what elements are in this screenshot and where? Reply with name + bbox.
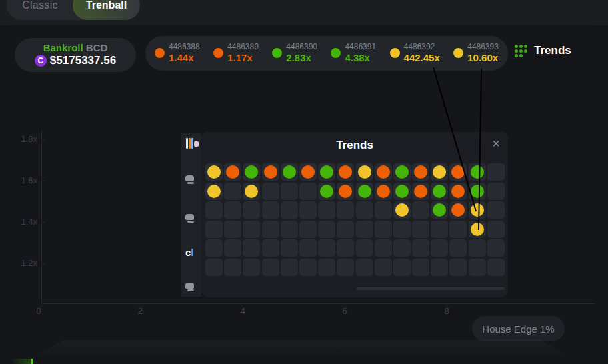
y-tick-label: 1.4x [13,217,37,227]
result-multiplier: 442.45x [404,52,440,63]
trend-cell [469,183,486,200]
trend-cell [281,201,298,219]
result-multiplier: 1.44x [169,52,200,63]
trend-cell [205,239,223,257]
result-multiplier: 10.60x [467,52,499,63]
trend-cell [469,163,486,181]
trend-cell [262,221,279,238]
y-tick-label: 1.6x [13,175,37,185]
orange-trend-dot-icon [226,165,239,179]
x-tick-label: 2 [137,306,142,316]
game-mode-tabs: Classic Trenball [7,0,140,20]
tab-trenball[interactable]: Trenball [73,0,140,20]
trend-cell [262,239,279,257]
trend-cell [205,183,223,200]
orange-trend-dot-icon [377,165,390,179]
trend-cell [205,163,223,181]
trend-cell [318,183,335,200]
trend-cell [431,163,448,181]
green-trend-dot-icon [245,165,258,179]
trend-cell [487,201,505,219]
result-multiplier: 1.17x [227,52,259,63]
result-item[interactable]: 448639310.60x [453,43,499,63]
result-item[interactable]: 44863902.83x [272,43,317,63]
trend-cell [487,259,505,276]
x-tick-label: 6 [342,306,347,316]
yellow-trend-dot-icon [358,165,371,179]
close-icon[interactable]: × [492,137,500,150]
bankroll-title: Bankroll BCD [43,43,108,54]
result-item[interactable]: 44863891.17x [213,43,259,63]
trend-cell [431,259,448,276]
trends-grid-scrollbar[interactable] [357,287,505,290]
trend-cell [412,239,429,257]
green-trend-dot-icon [471,165,484,179]
result-game-id: 4486393 [467,43,499,52]
green-result-dot-icon [331,48,341,58]
trend-cell [281,163,298,181]
trend-cell [393,201,411,219]
trend-cell [205,221,223,238]
trend-cell [487,221,505,238]
trend-cell [356,163,373,181]
trend-cell [469,239,486,257]
yellow-trend-dot-icon [395,203,409,217]
orange-trend-dot-icon [339,185,352,198]
trends-grid-icon [515,45,527,57]
result-multiplier: 4.38x [345,52,376,63]
bcd-coin-icon: C [35,55,47,67]
trend-cell [375,163,392,181]
trend-cell [412,183,429,200]
trend-cell [205,201,223,219]
tab-classic[interactable]: Classic [7,0,73,20]
trend-cell [318,239,335,257]
trend-cell [299,163,317,181]
trend-cell [243,239,260,257]
bankroll-card: Bankroll BCD C $5175337.56 [15,38,136,72]
result-game-id: 4486391 [345,43,376,52]
x-tick-label: 8 [444,306,449,316]
trend-cell [375,259,392,276]
trend-cell [224,163,241,181]
trend-cell [262,259,279,276]
trend-cell [224,239,241,257]
house-edge-button[interactable]: House Edge 1% [472,316,565,341]
trend-cell [356,201,373,219]
trend-cell [337,163,354,181]
green-trend-dot-icon [433,203,446,217]
trend-cell [299,183,317,200]
trend-cell [281,259,298,276]
green-trend-dot-icon [471,185,484,198]
bankroll-label: Bankroll [43,42,83,53]
result-game-id: 4486392 [404,43,440,52]
trend-cell [356,239,373,257]
result-item[interactable]: 4486392442.45x [390,43,440,63]
trend-cell [318,221,335,238]
trends-grid [205,163,505,276]
trends-modal-title: Trends [201,139,508,152]
bell-icon [185,175,196,185]
trend-cell [337,221,354,238]
progress-fade [11,359,31,364]
orange-trend-dot-icon [414,165,427,179]
trend-cell [375,183,392,200]
trend-cell [431,183,448,200]
trend-cell [375,221,392,238]
trend-cell [337,201,354,219]
trends-button[interactable]: Trends [515,44,571,57]
result-item[interactable]: 44863881.44x [155,43,200,63]
green-trend-dot-icon [320,165,333,179]
trend-cell [262,183,279,200]
y-tick-label: 1.8x [13,134,37,144]
bell-icon [185,213,196,224]
orange-result-dot-icon [155,48,165,58]
x-tick-label: 4 [240,306,245,316]
truncated-content-icon [186,138,199,149]
result-item[interactable]: 44863914.38x [331,43,376,63]
trend-cell [393,239,411,257]
trend-cell [449,183,467,200]
green-trend-dot-icon [283,165,296,179]
trend-cell [318,201,335,219]
recent-results: 44863881.44x44863891.17x44863902.83x4486… [145,36,508,71]
y-tick-label: 1.2x [13,258,37,268]
